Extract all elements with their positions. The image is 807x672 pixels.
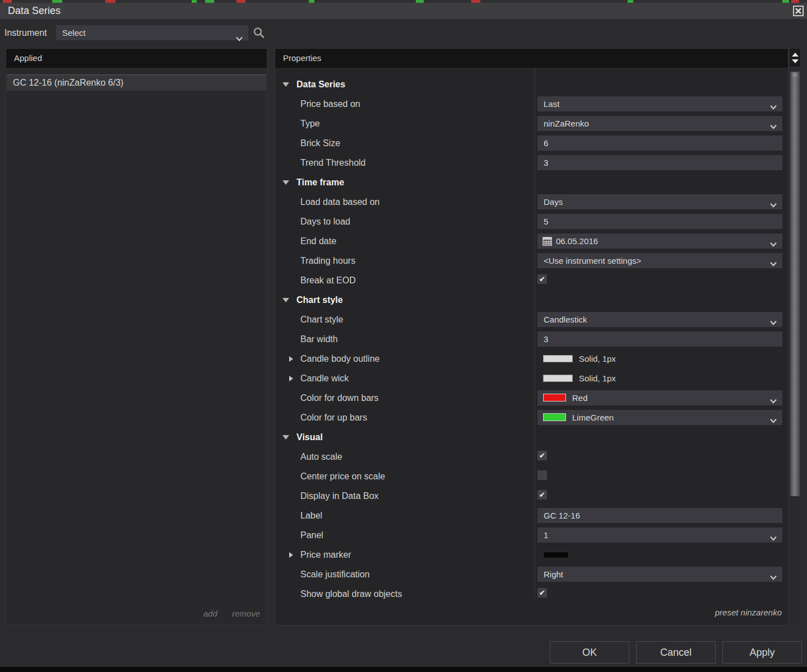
property-input[interactable]: 3 — [537, 332, 782, 347]
apply-button[interactable]: Apply — [722, 641, 802, 664]
property-row-display-in-data-box: Display in Data Box✔ — [275, 487, 788, 506]
dropdown-value: <Use instrument settings> — [544, 253, 641, 268]
dropdown-value: Right — [544, 567, 563, 582]
property-dropdown[interactable]: Last — [537, 96, 782, 111]
property-label: Load data based on — [300, 193, 379, 212]
instrument-select[interactable]: Select — [56, 25, 248, 40]
property-label: Center price on scale — [300, 467, 385, 487]
dropdown-value: 1 — [544, 528, 548, 543]
property-row-end-date: End date06.05.2016 — [275, 232, 788, 251]
search-icon[interactable] — [252, 26, 266, 40]
group-label: Data Series — [296, 75, 345, 95]
property-label: Break at EOD — [300, 271, 356, 291]
property-dropdown[interactable]: <Use instrument settings> — [537, 253, 782, 268]
property-dropdown[interactable]: Days — [537, 194, 782, 209]
expand-triangle-icon[interactable] — [289, 376, 293, 381]
property-dropdown[interactable]: 06.05.2016 — [537, 234, 782, 249]
property-label: Price marker — [300, 545, 351, 565]
applied-header: Applied — [6, 49, 267, 68]
instrument-label: Instrument — [4, 25, 47, 40]
properties-rows-viewport: Data SeriesPrice based onLastTypeninZaRe… — [275, 68, 788, 599]
chevron-down-icon — [769, 259, 777, 269]
chevron-down-icon — [769, 122, 777, 132]
scrollbar-thumb[interactable] — [790, 72, 800, 496]
group-label: Visual — [296, 428, 323, 447]
property-row-chart-style: Chart style — [275, 291, 788, 310]
calendar-icon — [542, 236, 552, 248]
property-row-time-frame: Time frame — [275, 173, 788, 193]
dropdown-value: Days — [544, 194, 563, 209]
property-dropdown[interactable]: 1 — [537, 528, 782, 543]
property-label: Bar width — [300, 330, 338, 349]
property-label: Scale justification — [300, 565, 370, 585]
checkbox[interactable]: ✔ — [537, 588, 547, 598]
property-row-auto-scale: Auto scale✔ — [275, 447, 788, 467]
property-row-label: LabelGC 12-16 — [275, 506, 788, 526]
input-value: 3 — [544, 332, 548, 347]
property-label: Panel — [300, 526, 323, 545]
property-row-scale-justification: Scale justificationRight — [275, 565, 788, 585]
scrollbar-buttons[interactable] — [789, 48, 801, 67]
chevron-down-icon — [769, 396, 777, 406]
collapse-triangle-icon[interactable] — [282, 82, 289, 87]
property-input[interactable]: GC 12-16 — [537, 508, 782, 523]
property-dropdown[interactable]: LimeGreen — [537, 410, 782, 425]
dropdown-value: 06.05.2016 — [556, 234, 598, 249]
property-input[interactable]: 5 — [537, 214, 782, 229]
property-input[interactable]: 6 — [537, 136, 782, 151]
scroll-down-icon[interactable] — [792, 59, 799, 63]
property-dropdown[interactable]: ninZaRenko — [537, 116, 782, 131]
price-marker-swatch[interactable] — [543, 552, 569, 558]
dropdown-value: ninZaRenko — [544, 116, 589, 131]
chevron-down-icon — [769, 416, 777, 426]
input-value: 6 — [544, 136, 548, 151]
expand-triangle-icon[interactable] — [289, 552, 293, 558]
checkbox[interactable]: ✔ — [537, 451, 547, 460]
group-label: Chart style — [296, 291, 343, 310]
property-row-show-global-draw-objects: Show global draw objects✔ — [275, 585, 788, 599]
collapse-triangle-icon[interactable] — [282, 435, 289, 440]
input-value: GC 12-16 — [544, 508, 580, 523]
ok-button[interactable]: OK — [550, 641, 629, 664]
close-icon[interactable] — [793, 6, 804, 16]
property-dropdown[interactable]: Right — [537, 567, 782, 582]
property-row-load-data-based-on: Load data based onDays — [275, 193, 788, 212]
property-label: Brick Size — [300, 134, 340, 153]
dropdown-value: Candlestick — [544, 312, 587, 327]
color-swatch — [543, 394, 566, 402]
expand-triangle-icon[interactable] — [289, 356, 293, 362]
property-input[interactable]: 3 — [537, 155, 782, 170]
checkbox[interactable] — [537, 470, 547, 480]
property-label: End date — [300, 232, 336, 251]
properties-header: Properties — [275, 49, 788, 68]
applied-list-item[interactable]: GC 12-16 (ninZaRenko 6/3) — [7, 74, 266, 91]
checkbox[interactable]: ✔ — [537, 490, 547, 500]
dropdown-value: LimeGreen — [572, 410, 614, 425]
scroll-up-icon[interactable] — [792, 53, 799, 57]
add-link[interactable]: add — [203, 609, 217, 618]
property-row-visual: Visual — [275, 428, 788, 447]
line-style-value: Solid, 1px — [579, 369, 616, 389]
taskbar-strip — [0, 667, 807, 672]
property-label: Auto scale — [300, 447, 342, 467]
collapse-triangle-icon[interactable] — [282, 298, 289, 302]
property-label: Chart style — [300, 310, 343, 330]
property-label: Trading hours — [300, 251, 355, 271]
color-swatch — [543, 413, 566, 421]
cancel-button[interactable]: Cancel — [636, 641, 716, 664]
title-bar: Data Series — [0, 3, 807, 19]
vertical-scrollbar[interactable] — [789, 68, 801, 624]
checkbox[interactable]: ✔ — [537, 274, 547, 284]
property-label: Color for up bars — [300, 408, 367, 428]
collapse-triangle-icon[interactable] — [282, 180, 289, 185]
property-dropdown[interactable]: Red — [537, 390, 782, 405]
property-dropdown[interactable]: Candlestick — [537, 312, 782, 327]
x-glyph — [795, 8, 801, 14]
property-row-color-for-up-bars: Color for up barsLimeGreen — [275, 408, 788, 428]
remove-link[interactable]: remove — [232, 609, 260, 618]
dropdown-value: Red — [572, 390, 588, 405]
property-row-color-for-down-bars: Color for down barsRed — [275, 389, 788, 408]
property-row-price-based-on: Price based onLast — [275, 95, 788, 114]
line-style-swatch — [543, 375, 573, 382]
chevron-down-icon — [769, 200, 777, 210]
